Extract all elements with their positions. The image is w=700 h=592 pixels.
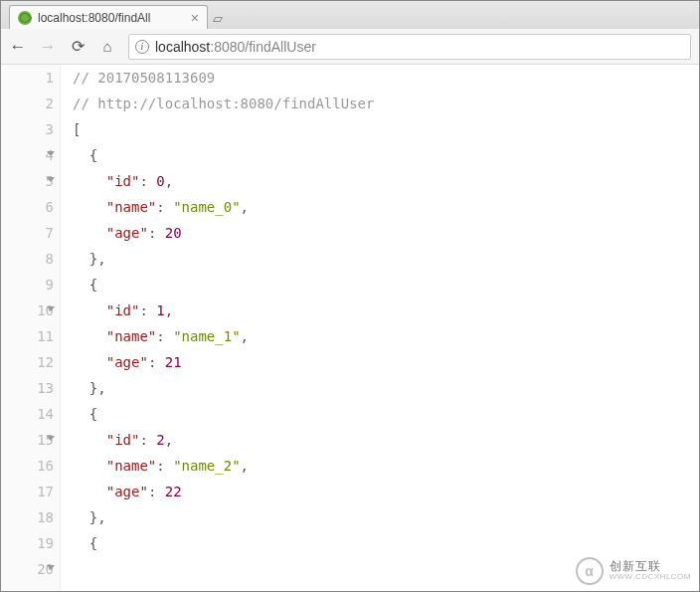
browser-toolbar: ← → ⟳ ⌂ i localhost:8080/findAllUser [1,29,699,65]
code-line: "age": 21 [73,349,699,375]
forward-button[interactable]: → [39,37,57,57]
code-line: // http://localhost:8080/findAllUser [73,91,699,116]
new-tab-button[interactable]: ▱ [208,11,228,29]
url-text: localhost:8080/findAllUser [155,39,316,55]
code-line: { [73,401,699,427]
reload-button[interactable]: ⟳ [69,37,87,56]
line-number: 11 [1,323,54,349]
home-button[interactable]: ⌂ [98,38,116,55]
code-line: { [73,530,699,556]
line-number: 3 [1,116,54,142]
line-number: 16 [1,453,54,479]
line-number: 20 [1,556,54,582]
code-line: "id": 1, [73,297,699,323]
line-number: 9 [1,272,54,297]
line-number: 14 [1,401,54,427]
code-line: { [73,142,699,168]
watermark-py: WWW.CDCXHLCOM [610,573,692,582]
line-number: 7 [1,220,54,246]
code-line: // 20170508113609 [73,65,699,91]
code-line: }, [73,504,699,530]
line-number: 10 [1,297,54,323]
tab-title: localhost:8080/findAll [38,11,185,25]
close-icon[interactable]: × [191,10,199,26]
line-number: 5 [1,168,54,194]
json-viewer: 1234567891011121314151617181920 // 20170… [1,65,699,591]
line-gutter: 1234567891011121314151617181920 [1,65,61,591]
fold-toggle-icon[interactable] [47,436,55,441]
line-number: 19 [1,530,54,556]
browser-tab[interactable]: localhost:8080/findAll × [9,5,208,29]
line-number: 6 [1,194,54,220]
code-line: }, [73,375,699,401]
code-line: "age": 20 [73,220,699,246]
code-line: "name": "name_1", [73,323,699,349]
watermark-logo-icon: α [576,557,604,585]
line-number: 17 [1,479,54,504]
line-number: 2 [1,91,54,116]
line-number: 4 [1,142,54,168]
back-button[interactable]: ← [9,37,27,57]
line-number: 12 [1,349,54,375]
line-number: 13 [1,375,54,401]
line-number: 18 [1,504,54,530]
address-bar[interactable]: i localhost:8080/findAllUser [128,34,691,60]
site-info-icon[interactable]: i [135,40,149,54]
code-line: "age": 22 [73,479,699,504]
code-line: [ [73,116,699,142]
code-line: { [73,272,699,297]
fold-toggle-icon[interactable] [47,177,55,182]
tab-bar: localhost:8080/findAll × ▱ [1,1,699,29]
code-line: "name": "name_2", [73,453,699,479]
code-line: "name": "name_0", [73,194,699,220]
fold-toggle-icon[interactable] [47,306,55,311]
code-content: // 20170508113609// http://localhost:808… [61,65,699,591]
line-number: 15 [1,427,54,453]
code-line: }, [73,246,699,272]
favicon-spring-icon [18,11,32,25]
watermark: α 创新互联 WWW.CDCXHLCOM [576,557,692,585]
code-line: "id": 0, [73,168,699,194]
line-number: 1 [1,65,54,91]
code-line: "id": 2, [73,427,699,453]
line-number: 8 [1,246,54,272]
fold-toggle-icon[interactable] [47,565,55,570]
fold-toggle-icon[interactable] [47,151,55,156]
